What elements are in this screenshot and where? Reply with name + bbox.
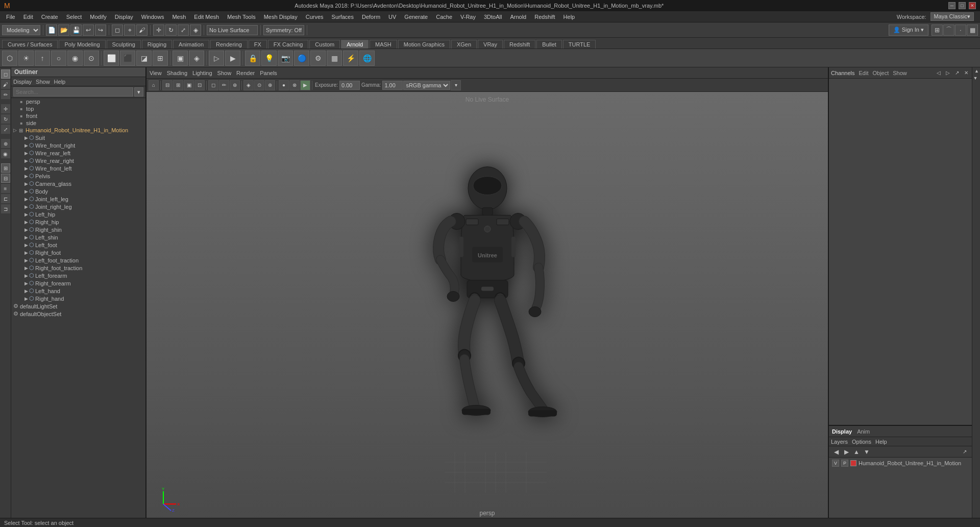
outliner-item-wire-rear-right[interactable]: ▶ ⬡ Wire_rear_right xyxy=(11,157,145,164)
outliner-item-side[interactable]: ■ side xyxy=(11,119,145,127)
shelf-icon-2[interactable]: ☀ xyxy=(18,51,34,66)
layer-tab-display[interactable]: Display xyxy=(832,428,852,435)
save-file-button[interactable]: 💾 xyxy=(70,25,82,36)
vp-layout-1[interactable]: ⊟ xyxy=(162,80,173,90)
shelf-icon-17[interactable]: 📷 xyxy=(278,51,293,66)
shelf-tab-poly[interactable]: Poly Modeling xyxy=(59,40,105,49)
viewport-canvas[interactable]: Unitree xyxy=(146,92,828,521)
menu-file[interactable]: File xyxy=(2,13,19,21)
menu-meshdisplay[interactable]: Mesh Display xyxy=(260,13,302,21)
outliner-item-wire-front-left[interactable]: ▶ ⬡ Wire_front_left xyxy=(11,164,145,172)
workspace-mode-dropdown[interactable]: Modeling xyxy=(2,25,40,35)
vp-layout-4[interactable]: ⊡ xyxy=(194,80,205,90)
rotate-tool-left[interactable]: ↻ xyxy=(1,114,10,124)
shelf-icon-18[interactable]: 🔵 xyxy=(294,51,309,66)
open-file-button[interactable]: 📂 xyxy=(58,25,69,36)
outliner-item-front[interactable]: ■ front xyxy=(11,112,145,119)
shelf-tab-xgen[interactable]: XGen xyxy=(451,40,477,49)
menu-3dtoall[interactable]: 3DtoAll xyxy=(480,13,506,21)
shelf-tab-fxcaching[interactable]: FX Caching xyxy=(268,40,308,49)
shelf-tab-animation[interactable]: Animation xyxy=(173,40,209,49)
redo-button[interactable]: ↪ xyxy=(95,25,106,36)
outliner-item-body[interactable]: ▶ ⬡ Body xyxy=(11,187,145,195)
menu-redshift[interactable]: Redshift xyxy=(530,13,559,21)
shelf-tab-arnold[interactable]: Arnold xyxy=(341,40,369,49)
vp-sculpt[interactable]: ⊛ xyxy=(230,80,240,90)
right-edge-btn-2[interactable]: ▼ xyxy=(973,76,979,82)
layer-down-btn[interactable]: ▼ xyxy=(863,448,871,456)
channel-box-close[interactable]: ✕ xyxy=(963,69,970,77)
vp-menu-render[interactable]: Render xyxy=(236,70,255,76)
outliner-item-right-forearm[interactable]: ▶ ⬡ Right_forearm xyxy=(11,279,145,287)
outliner-item-suit[interactable]: ▶ ⬡ Suit xyxy=(11,134,145,141)
layer-prev-btn[interactable]: ◀ xyxy=(832,448,840,456)
snap-tool[interactable]: ⊕ xyxy=(1,139,10,148)
channel-tab-edit[interactable]: Edit xyxy=(859,70,868,76)
shelf-tab-rendering[interactable]: Rendering xyxy=(210,40,248,49)
menu-help[interactable]: Help xyxy=(559,13,579,21)
vp-gamma-input[interactable] xyxy=(382,81,403,90)
vp-render-btn[interactable]: ▶ xyxy=(300,80,310,90)
outliner-item-pelvis[interactable]: ▶ ⬡ Pelvis xyxy=(11,172,145,180)
layer-item-robot[interactable]: V P Humanoid_Robot_Unitree_H1_in_Motion xyxy=(830,459,971,468)
outliner-item-persp[interactable]: ■ persp xyxy=(11,98,145,105)
vp-home-button[interactable]: ⌂ xyxy=(149,80,159,90)
menu-meshtools[interactable]: Mesh Tools xyxy=(223,13,259,21)
outliner-menu-display[interactable]: Display xyxy=(13,79,32,85)
attr-tool[interactable]: ⊏ xyxy=(1,194,10,203)
outliner-item-right-foot[interactable]: ▶ ⬡ Right_foot xyxy=(11,249,145,256)
shelf-tab-custom[interactable]: Custom xyxy=(309,40,340,49)
menu-mesh[interactable]: Mesh xyxy=(168,13,190,21)
vp-menu-show[interactable]: Show xyxy=(217,70,232,76)
node-tool[interactable]: ⊐ xyxy=(1,204,10,213)
menu-vray[interactable]: V-Ray xyxy=(456,13,480,21)
shelf-icon-21[interactable]: ⚡ xyxy=(343,51,358,66)
shelf-tab-vray[interactable]: VRay xyxy=(478,40,503,49)
select-tool-button[interactable]: ◻ xyxy=(112,25,123,36)
vp-render-aa[interactable]: ⊗ xyxy=(289,80,300,90)
vp-layout-3[interactable]: ▣ xyxy=(184,80,194,90)
outliner-item-joint-right-leg[interactable]: ▶ ⬡ Joint_right_leg xyxy=(11,203,145,210)
shelf-icon-19[interactable]: ⚙ xyxy=(310,51,326,66)
paint-select-button[interactable]: 🖌 xyxy=(136,25,148,36)
shelf-icon-20[interactable]: ▦ xyxy=(327,51,342,66)
shelf-tab-bullet[interactable]: Bullet xyxy=(536,40,562,49)
layer-menu-layers[interactable]: Layers xyxy=(831,439,848,445)
new-file-button[interactable]: 📄 xyxy=(46,25,57,36)
vp-select-mode[interactable]: ◻ xyxy=(208,80,218,90)
vp-colorspace-settings[interactable]: ▾ xyxy=(451,80,461,90)
maximize-button[interactable]: □ xyxy=(959,2,966,9)
vp-menu-lighting[interactable]: Lighting xyxy=(192,70,212,76)
shelf-icon-5[interactable]: ◉ xyxy=(67,51,83,66)
channel-box-dock-right[interactable]: ▷ xyxy=(944,69,951,77)
vp-wireframe[interactable]: ⊕ xyxy=(265,80,275,90)
view-tool[interactable]: ⊟ xyxy=(1,174,10,183)
menu-arnold[interactable]: Arnold xyxy=(506,13,530,21)
sign-in-button[interactable]: 👤 Sign In ▾ xyxy=(889,25,928,36)
outliner-item-camera-glass[interactable]: ▶ ⬡ Camera_glass xyxy=(11,180,145,187)
menu-deform[interactable]: Deform xyxy=(358,13,384,21)
vp-menu-view[interactable]: View xyxy=(150,70,162,76)
outliner-item-left-foot-traction[interactable]: ▶ ⬡ Left_foot_traction xyxy=(11,256,145,264)
channel-tab-channels[interactable]: Channels xyxy=(831,70,854,76)
soft-select[interactable]: ◉ xyxy=(1,149,10,158)
shelf-icon-10[interactable]: ⊞ xyxy=(153,51,168,66)
menu-windows[interactable]: Windows xyxy=(137,13,168,21)
vp-layout-2[interactable]: ⊞ xyxy=(173,80,183,90)
rotate-button[interactable]: ↻ xyxy=(165,25,177,36)
universal-manip-button[interactable]: ◈ xyxy=(190,25,201,36)
outliner-item-robot-group[interactable]: ▷ ⊞ Humanoid_Robot_Unitree_H1_in_Motion xyxy=(11,127,145,134)
snap-curve-button[interactable]: ⌒ xyxy=(943,25,954,36)
outliner-item-default-light-set[interactable]: ⚙ defaultLightSet xyxy=(11,302,145,310)
menu-surfaces[interactable]: Surfaces xyxy=(328,13,358,21)
menu-generate[interactable]: Generate xyxy=(400,13,432,21)
layer-next-btn[interactable]: ▶ xyxy=(842,448,850,456)
outliner-item-wire-rear-left[interactable]: ▶ ⬡ Wire_rear_left xyxy=(11,149,145,157)
shelf-icon-22[interactable]: 🌐 xyxy=(359,51,375,66)
layer-menu-options[interactable]: Options xyxy=(852,439,871,445)
outliner-search-input[interactable] xyxy=(13,87,133,97)
outliner-item-left-hand[interactable]: ▶ ⬡ Left_hand xyxy=(11,287,145,295)
channel-tab-object[interactable]: Object xyxy=(872,70,889,76)
outliner-item-default-object-set[interactable]: ⚙ defaultObjectSet xyxy=(11,310,145,318)
shelf-icon-6[interactable]: ⊙ xyxy=(84,51,99,66)
